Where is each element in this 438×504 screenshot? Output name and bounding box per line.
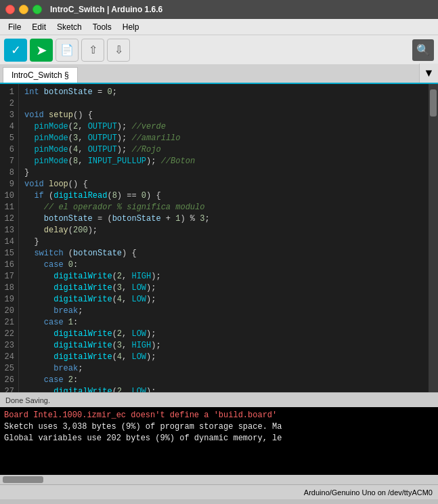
menu-help[interactable]: Help <box>117 21 145 33</box>
menu-tools[interactable]: Tools <box>87 21 117 33</box>
hscroll-thumb[interactable] <box>3 476 43 483</box>
menu-sketch[interactable]: Sketch <box>51 21 87 33</box>
scrollbar-thumb[interactable] <box>430 89 437 117</box>
tab-dropdown-button[interactable]: ▼ <box>419 64 438 83</box>
titlebar: IntroC_Switch | Arduino 1.6.6 <box>0 0 438 19</box>
close-button[interactable] <box>5 5 15 14</box>
console-line-2: Sketch uses 3,038 bytes (9%) of program … <box>4 421 434 433</box>
code-editor[interactable]: int botonState = 0; void setup() { pinMo… <box>19 84 429 392</box>
menu-file[interactable]: File <box>3 21 26 33</box>
console-output: Board Intel.1000.izmir_ec doesn't define… <box>0 407 438 475</box>
editor-container: 12345 678910 1112131415 1617181920 21222… <box>0 84 438 392</box>
save-button[interactable]: ⇩ <box>107 39 130 62</box>
verify-button[interactable]: ✓ <box>4 39 27 62</box>
menubar: File Edit Sketch Tools Help <box>0 19 438 35</box>
tab-introc-switch[interactable]: IntroC_Switch § <box>3 67 78 83</box>
line-numbers: 12345 678910 1112131415 1617181920 21222… <box>0 84 19 392</box>
vertical-scrollbar[interactable] <box>429 84 438 392</box>
horizontal-scrollbar[interactable] <box>0 475 438 484</box>
bottom-status-bar: Arduino/Genuino Uno on /dev/ttyACM0 <box>0 484 438 499</box>
new-button[interactable]: 📄 <box>56 39 79 62</box>
console-line-1: Board Intel.1000.izmir_ec doesn't define… <box>4 410 434 421</box>
tabbar: IntroC_Switch § ▼ <box>0 65 438 84</box>
menu-edit[interactable]: Edit <box>26 21 51 33</box>
upload-button[interactable]: ➤ <box>30 39 53 62</box>
status-bar: Done Saving. <box>0 392 438 407</box>
tab-label: IntroC_Switch § <box>12 70 69 80</box>
toolbar: ✓ ➤ 📄 ⇧ ⇩ 🔍 <box>0 35 438 65</box>
maximize-button[interactable] <box>32 5 42 14</box>
board-info: Arduino/Genuino Uno on /dev/ttyACM0 <box>304 488 433 497</box>
status-message: Done Saving. <box>5 396 50 404</box>
console-line-3: Global variables use 202 bytes (9%) of d… <box>4 433 434 444</box>
open-button[interactable]: ⇧ <box>81 39 104 62</box>
minimize-button[interactable] <box>19 5 28 14</box>
window-title: IntroC_Switch | Arduino 1.6.6 <box>50 5 162 14</box>
search-button[interactable]: 🔍 <box>412 39 434 61</box>
